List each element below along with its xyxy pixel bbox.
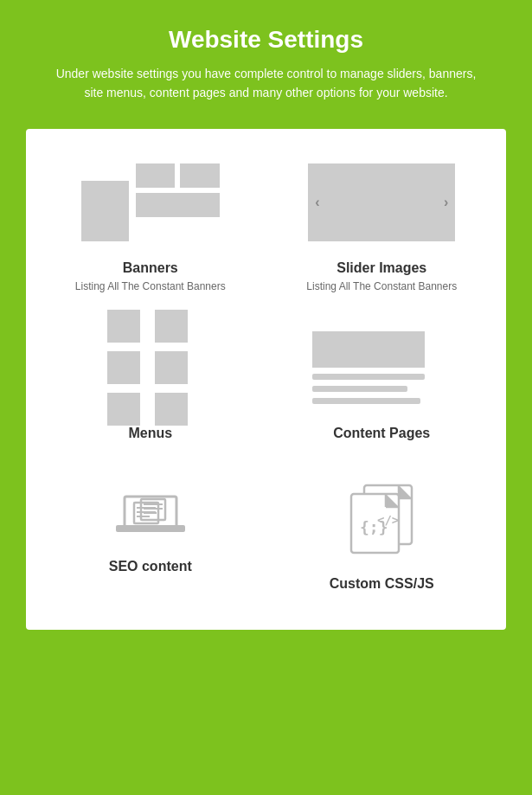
content-icon-area [275, 320, 490, 415]
menus-icon-area [43, 320, 258, 415]
content-title: Content Pages [333, 426, 430, 441]
main-card: Banners Listing All The Constant Banners… [26, 129, 506, 630]
seo-icon-area [107, 471, 194, 548]
page-title: Website Settings [50, 26, 483, 54]
content-icon [312, 331, 451, 404]
slider-card[interactable]: ‹ › Slider Images Listing All The Consta… [275, 155, 490, 294]
menu-block-1 [107, 310, 140, 343]
menu-block-5 [107, 393, 140, 426]
menu-block-6 [155, 393, 188, 426]
page-header: Website Settings Under website settings … [50, 26, 483, 103]
content-card[interactable]: Content Pages [275, 320, 490, 445]
svg-text:</>: </> [377, 513, 399, 527]
banners-title: Banners [123, 260, 178, 276]
content-line-2 [312, 386, 407, 392]
banners-icon [81, 163, 220, 241]
css-icon-area: {;} </> [275, 471, 490, 566]
custom-css-icon: {;} </> [338, 481, 425, 555]
seo-icon [112, 475, 189, 548]
css-title: Custom CSS/JS [330, 576, 434, 592]
seo-card[interactable]: SEO content [43, 471, 258, 595]
menus-title: Menus [128, 426, 172, 441]
menus-icon [107, 310, 194, 426]
banners-card[interactable]: Banners Listing All The Constant Banners [43, 155, 258, 294]
menu-block-2 [155, 310, 188, 343]
banners-icon-area [43, 155, 258, 250]
menu-block-3 [107, 351, 140, 384]
slider-desc: Listing All The Constant Banners [306, 279, 457, 294]
banner-bottom-row [136, 193, 220, 217]
content-line-1 [312, 374, 425, 380]
content-line-3 [312, 398, 420, 404]
cards-grid: Banners Listing All The Constant Banners… [43, 155, 489, 595]
banner-top-row [136, 163, 220, 188]
menu-block-4 [155, 351, 188, 384]
seo-title: SEO content [109, 559, 192, 574]
banner-block-1 [136, 163, 176, 188]
banner-left-block [81, 181, 129, 241]
css-card[interactable]: {;} </> Custom CSS/JS [275, 471, 490, 595]
slider-title: Slider Images [337, 260, 426, 276]
slider-prev-arrow: ‹ [315, 195, 319, 210]
banner-right-blocks [136, 163, 220, 241]
slider-next-arrow: › [444, 195, 448, 210]
menus-card[interactable]: Menus [43, 320, 258, 445]
banner-block-2 [180, 163, 220, 188]
content-top-block [312, 331, 425, 368]
slider-icon: ‹ › [308, 163, 455, 241]
banners-desc: Listing All The Constant Banners [75, 279, 226, 294]
slider-icon-area: ‹ › [275, 155, 490, 250]
page-subtitle: Under website settings you have complete… [50, 64, 483, 103]
